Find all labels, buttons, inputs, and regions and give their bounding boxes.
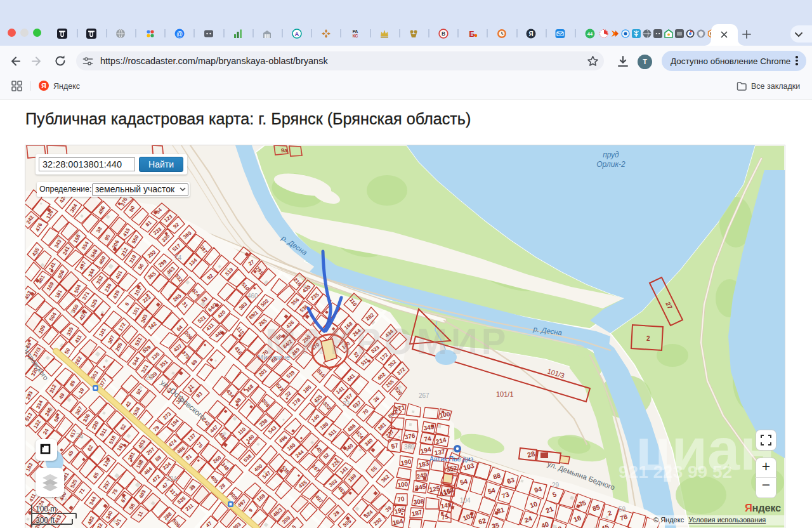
svg-text:460: 460 bbox=[247, 293, 258, 300]
svg-text:Б: Б bbox=[469, 29, 475, 39]
svg-text:44: 44 bbox=[587, 31, 593, 37]
svg-text:224: 224 bbox=[166, 475, 177, 482]
svg-text:2: 2 bbox=[646, 335, 650, 342]
svg-text:28: 28 bbox=[527, 450, 535, 459]
svg-text:74: 74 bbox=[424, 435, 432, 443]
svg-text:@: @ bbox=[176, 30, 183, 37]
svg-text:Я: Я bbox=[529, 30, 534, 37]
svg-text:22: 22 bbox=[146, 374, 154, 381]
svg-text:101/1: 101/1 bbox=[496, 390, 514, 398]
svg-text:100: 100 bbox=[397, 480, 409, 489]
svg-text:267: 267 bbox=[419, 392, 429, 399]
svg-text:23: 23 bbox=[343, 400, 350, 407]
svg-text:59: 59 bbox=[619, 506, 626, 513]
svg-text:369: 369 bbox=[404, 444, 415, 451]
svg-text:КС: КС bbox=[353, 34, 358, 38]
svg-text:25: 25 bbox=[76, 432, 84, 439]
svg-text:74: 74 bbox=[174, 254, 182, 261]
svg-text:104: 104 bbox=[460, 497, 471, 504]
svg-text:В: В bbox=[442, 30, 445, 37]
svg-text:МАКРОМИР: МАКРОМИР bbox=[265, 320, 509, 362]
svg-text:921 223 99 52: 921 223 99 52 bbox=[619, 462, 732, 482]
svg-text:308: 308 bbox=[413, 498, 424, 506]
svg-text:Автик Пье диз: Автик Пье диз bbox=[429, 455, 473, 463]
svg-text:29: 29 bbox=[552, 482, 560, 489]
svg-text:A: A bbox=[295, 30, 299, 37]
svg-text:Орлик-2: Орлик-2 bbox=[596, 160, 625, 169]
svg-text:РА: РА bbox=[353, 29, 358, 34]
svg-text:пруд: пруд bbox=[603, 150, 619, 159]
svg-text:9а: 9а bbox=[281, 147, 288, 154]
